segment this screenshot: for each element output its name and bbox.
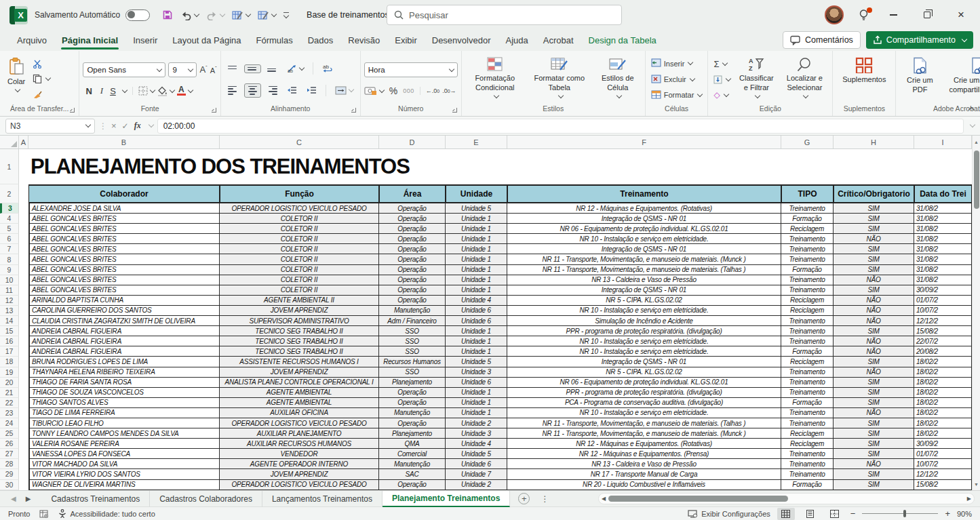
merge-center-button[interactable] [332,83,357,98]
column-header-colaborador[interactable]: Colaborador [28,184,220,203]
cell[interactable]: Unidade 1 [446,214,507,224]
cell[interactable]: TECNICO SEG TRABALHO II [220,346,379,357]
cell[interactable]: SIM [834,203,914,214]
cell[interactable]: COLETOR II [220,224,379,234]
cell[interactable]: THAYNARA HELENA RIBEIRO TEIXEIRA [28,367,220,378]
row-header[interactable]: 5 [0,224,19,234]
cell-colA[interactable] [19,254,28,264]
cell[interactable]: THIAGO DE FARIA SANTA ROSA [28,378,220,388]
autosum-button[interactable]: Σ [711,58,732,71]
cell[interactable]: SIM [834,214,914,224]
cell[interactable]: SIM [834,378,914,388]
cell[interactable]: THIAGO SANTOS ALVES [28,398,220,408]
cell[interactable]: AUXILIAR PLANEJAMENTO [220,428,379,439]
cell[interactable]: Unidade 3 [446,367,507,378]
menu-tab-pagina-inicial[interactable]: Página Inicial [54,32,125,49]
cell[interactable]: 18/02/2 [914,357,972,367]
scroll-right-icon[interactable]: ▶ [967,496,971,502]
cell[interactable]: NR 11 - Transporte, Movimentação, e manu… [507,428,781,439]
cell[interactable]: AUXILIAR OFICINA [220,408,379,418]
cell[interactable]: 10/07/2 [914,306,972,316]
cell[interactable]: ABEL GONCALVES BRITES [28,254,220,264]
cell[interactable]: COLETOR II [220,285,379,296]
cell[interactable]: SIM [834,357,914,367]
cell[interactable]: SIM [834,439,914,449]
decrease-indent-button[interactable] [283,83,300,97]
cell[interactable]: COLETOR II [220,275,379,285]
row-header[interactable]: 23 [0,408,19,418]
row-header[interactable]: 27 [0,449,19,459]
cell-colA[interactable] [19,459,28,469]
cell[interactable]: NÃO [834,234,914,244]
clipboard-dialog-launcher[interactable] [70,108,75,113]
cell[interactable]: Treinamento [781,254,834,264]
tab-overflow-icon[interactable]: ⋮ [541,494,549,504]
cell[interactable]: ASSISTENTE RECURSOS HUMANOS I [220,357,379,367]
cell[interactable]: ABEL GONCALVES BRITES [28,214,220,224]
cell[interactable]: NR 5 - CIPA. KL.GS.02.02 [507,296,781,306]
cell[interactable]: Formação [781,346,834,357]
cell[interactable]: 30/09/2 [914,285,972,296]
column-header-area[interactable]: Área [379,184,446,203]
percent-style-button[interactable]: % [387,85,400,96]
row-header[interactable]: 19 [0,367,19,378]
cell[interactable]: PPR - programa de proteção respiratória.… [507,326,781,336]
cell[interactable]: NR 12 - Máquinas e Equipamentos. (Prensa… [507,449,781,459]
cell[interactable]: ANDREIA CABRAL FIGUEIRA [28,336,220,346]
cell[interactable]: SIM [834,326,914,336]
copy-button[interactable] [31,73,52,85]
cell[interactable]: SIM [834,265,914,275]
cell[interactable]: Unidade 1 [446,224,507,234]
cell[interactable]: NR 06 - Equipamento de proteção individu… [507,224,781,234]
menu-tab-arquivo[interactable]: Arquivo [9,32,54,49]
cell[interactable]: Unidade 1 [446,408,507,418]
cell-colA[interactable] [19,367,28,378]
underline-button[interactable]: S [109,86,117,96]
cell[interactable]: NR 12 - Máquinas e Equipamentos. (Rotati… [507,203,781,214]
display-settings-button[interactable]: Exibir Configurações [688,510,770,518]
cell[interactable]: Unidade 1 [446,336,507,346]
cell[interactable]: JOVEM APRENDIZ [220,367,379,378]
cell[interactable]: Integração de QSMS - NR 01 [507,357,781,367]
number-format-select[interactable]: Hora [364,62,458,77]
row-header[interactable]: 29 [0,469,19,479]
menu-tab-layout-da-pagina[interactable]: Layout da Página [165,32,248,49]
cell[interactable]: Treinamento [781,316,834,326]
cell[interactable]: 18/02/2 [914,388,972,398]
row-header[interactable]: 26 [0,439,19,449]
cell[interactable]: 18/02/2 [914,428,972,439]
column-letter-d[interactable]: D [379,136,446,148]
row-header[interactable]: 21 [0,388,19,398]
cell[interactable]: 18/02/2 [914,367,972,378]
zoom-out-button[interactable]: − [850,508,856,519]
formula-input[interactable]: 02:00:00 [157,119,964,134]
cell[interactable]: Operação [379,388,446,398]
cell-colA[interactable] [19,285,28,296]
cell[interactable]: JOVEM APRENDIZ [220,469,379,479]
cell-colA[interactable] [19,357,28,367]
column-header-funcao[interactable]: Função [220,184,379,203]
cell[interactable]: 10/07/2 [914,459,972,469]
create-pdf-button[interactable]: Crie um PDF [899,54,940,104]
cell[interactable]: Treinamento [781,203,834,214]
cell[interactable]: Formação [781,214,834,224]
cell[interactable]: Treinamento [781,469,834,479]
cell[interactable]: VANESSA LOPES DA FONSECA [28,449,220,459]
align-middle-button[interactable] [244,64,261,73]
cell[interactable]: ANDREIA CABRAL FIGUEIRA [28,326,220,336]
delete-cells-button[interactable]: Excluir [649,73,697,86]
align-bottom-button[interactable] [264,63,281,75]
cell[interactable]: NÃO [834,275,914,285]
menu-tab-desenvolvedor[interactable]: Desenvolvedor [425,32,498,49]
cell-colA[interactable] [19,306,28,316]
cell[interactable]: 15/08/2 [914,326,972,336]
cell[interactable]: Treinamento [781,326,834,336]
column-letter-f[interactable]: F [507,136,781,148]
cell[interactable]: Unidade 1 [446,346,507,357]
cell[interactable]: 18/02/2 [914,418,972,428]
cell-colA[interactable] [19,316,28,326]
cell[interactable]: NR 13 - Caldeira e Vaso de Pressão [507,459,781,469]
cell[interactable]: SUPERVISOR ADMINISTRATIVO [220,316,379,326]
row-header[interactable]: 17 [0,346,19,357]
cell[interactable]: Comercial [379,449,446,459]
